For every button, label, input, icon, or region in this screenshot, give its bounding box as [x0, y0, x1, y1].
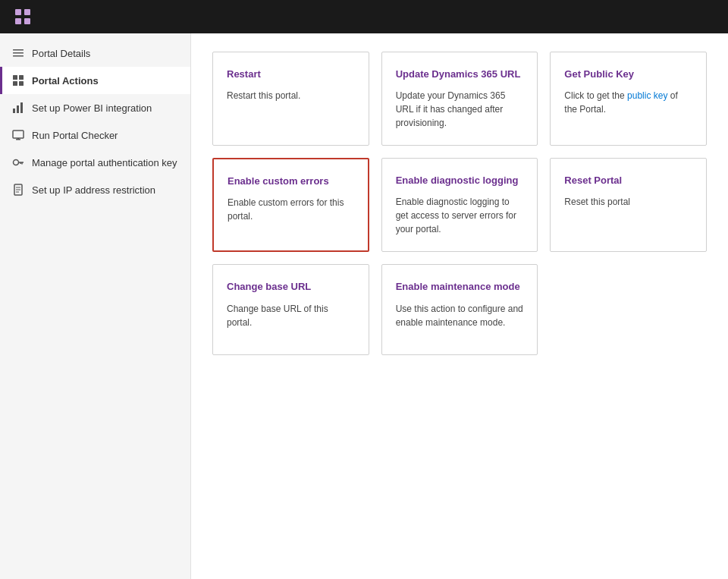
card-title-restart: Restart [227, 68, 355, 81]
sidebar-item-power-bi[interactable]: Set up Power BI integration [0, 94, 190, 121]
sidebar-label-ip-restriction: Set up IP address restriction [32, 184, 155, 196]
sidebar-label-portal-details: Portal Details [32, 48, 90, 59]
card-title-enable-diagnostic-logging: Enable diagnostic logging [396, 174, 524, 187]
card-desc-enable-custom-errors: Enable custom errors for this portal. [228, 196, 354, 223]
svg-rect-7 [13, 75, 17, 80]
card-title-change-base-url: Change base URL [227, 280, 355, 294]
sidebar-item-portal-actions[interactable]: Portal Actions [0, 67, 190, 94]
main-layout: Portal DetailsPortal ActionsSet up Power… [0, 33, 728, 579]
svg-rect-13 [20, 102, 23, 113]
card-update-dynamics[interactable]: Update Dynamics 365 URLUpdate your Dynam… [381, 52, 538, 146]
card-change-base-url[interactable]: Change base URLChange base URL of this p… [212, 264, 369, 355]
svg-rect-12 [17, 105, 19, 113]
sidebar-item-auth-key[interactable]: Manage portal authentication key [0, 149, 190, 176]
svg-rect-0 [15, 9, 21, 15]
card-reset-portal[interactable]: Reset PortalReset this portal [550, 158, 707, 252]
card-title-reset-portal: Reset Portal [564, 174, 692, 187]
svg-rect-8 [19, 75, 24, 80]
card-desc-get-public-key: Click to get the public key of the Porta… [564, 89, 692, 116]
card-desc-restart: Restart this portal. [227, 89, 355, 102]
svg-rect-6 [13, 55, 24, 57]
svg-rect-14 [13, 131, 24, 138]
card-title-enable-maintenance: Enable maintenance mode [396, 280, 524, 294]
monitor-icon [12, 129, 24, 141]
card-desc-enable-maintenance: Use this action to configure and enable … [396, 302, 524, 329]
svg-rect-5 [13, 52, 24, 54]
card-enable-maintenance[interactable]: Enable maintenance modeUse this action t… [381, 264, 538, 355]
svg-rect-9 [13, 81, 17, 86]
grid-icon [12, 74, 24, 87]
sidebar-label-portal-checker: Run Portal Checker [32, 130, 118, 141]
card-desc-change-base-url: Change base URL of this portal. [227, 302, 355, 329]
sidebar-label-auth-key: Manage portal authentication key [32, 157, 177, 168]
card-desc-enable-diagnostic-logging: Enable diagnostic logging to get access … [396, 195, 524, 236]
card-desc-reset-portal: Reset this portal [564, 195, 692, 209]
sidebar-label-power-bi: Set up Power BI integration [32, 102, 152, 114]
svg-rect-4 [13, 49, 24, 51]
content-area: RestartRestart this portal.Update Dynami… [191, 33, 728, 579]
card-get-public-key[interactable]: Get Public KeyClick to get the public ke… [550, 52, 707, 146]
chart-icon [12, 102, 24, 114]
card-desc-update-dynamics: Update your Dynamics 365 URL if it has c… [396, 89, 524, 130]
sidebar-item-portal-details[interactable]: Portal Details [0, 39, 190, 67]
key-icon [12, 156, 24, 168]
sidebar: Portal DetailsPortal ActionsSet up Power… [0, 33, 191, 579]
cards-grid: RestartRestart this portal.Update Dynami… [212, 52, 707, 355]
doc-icon [12, 184, 24, 196]
svg-rect-3 [24, 18, 30, 24]
card-title-update-dynamics: Update Dynamics 365 URL [396, 68, 524, 81]
svg-rect-10 [19, 81, 24, 86]
svg-rect-2 [15, 18, 21, 24]
card-title-get-public-key: Get Public Key [564, 68, 692, 81]
card-enable-custom-errors[interactable]: Enable custom errorsEnable custom errors… [212, 158, 369, 252]
svg-rect-11 [13, 109, 15, 113]
svg-rect-16 [17, 138, 19, 140]
list-icon [12, 47, 24, 59]
app-logo [12, 6, 33, 27]
svg-point-17 [14, 160, 19, 165]
sidebar-item-ip-restriction[interactable]: Set up IP address restriction [0, 176, 190, 203]
sidebar-label-portal-actions: Portal Actions [32, 75, 99, 87]
card-restart[interactable]: RestartRestart this portal. [212, 52, 369, 146]
svg-rect-1 [24, 9, 30, 15]
sidebar-item-portal-checker[interactable]: Run Portal Checker [0, 121, 190, 149]
card-enable-diagnostic-logging[interactable]: Enable diagnostic loggingEnable diagnost… [381, 158, 538, 252]
topbar [0, 0, 728, 33]
card-title-enable-custom-errors: Enable custom errors [228, 175, 354, 188]
